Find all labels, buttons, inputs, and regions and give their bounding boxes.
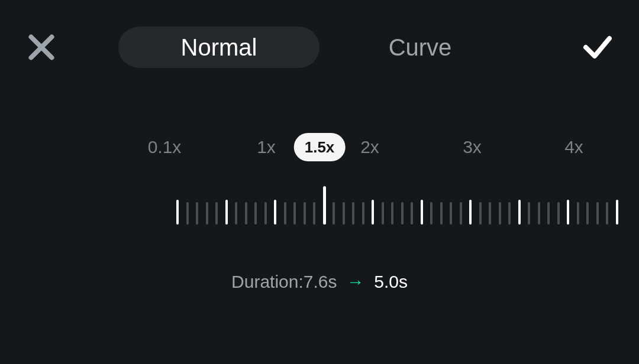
ruler-tick-minor bbox=[293, 202, 296, 225]
ruler-tick-major bbox=[372, 200, 374, 225]
ruler-tick-minor bbox=[215, 202, 218, 225]
ruler-tick-minor bbox=[430, 202, 433, 225]
confirm-button[interactable] bbox=[580, 30, 615, 65]
speed-label-1-5x-selected[interactable]: 1.5x bbox=[294, 133, 346, 161]
ruler-tick-minor bbox=[264, 202, 267, 225]
ruler-tick-minor bbox=[577, 202, 579, 225]
ruler-tick-major bbox=[274, 200, 276, 225]
ruler-tick-minor bbox=[401, 202, 404, 225]
speed-indicator[interactable] bbox=[323, 186, 326, 225]
close-icon bbox=[24, 30, 59, 65]
speed-scale-labels: 0.1x 1x 1.5x 2x 3x 4x bbox=[0, 133, 639, 162]
ruler-tick-major bbox=[616, 200, 618, 225]
ruler-tick-minor bbox=[606, 202, 608, 225]
duration-new: 5.0s bbox=[374, 272, 408, 291]
ruler-tick-minor bbox=[313, 202, 315, 225]
ruler-tick-minor bbox=[382, 202, 384, 225]
ruler-tick-major bbox=[225, 200, 228, 225]
check-icon bbox=[580, 30, 615, 65]
ruler-tick-minor bbox=[304, 202, 306, 225]
speed-label-3x[interactable]: 3x bbox=[452, 133, 492, 161]
ruler-tick-minor bbox=[362, 202, 364, 225]
speed-label-2x[interactable]: 2x bbox=[350, 133, 390, 161]
ruler-tick-minor bbox=[440, 202, 443, 225]
ruler-tick-minor bbox=[343, 202, 345, 225]
ruler-tick-minor bbox=[508, 202, 511, 225]
ruler-tick-minor bbox=[391, 202, 393, 225]
mode-tabs: Normal Curve bbox=[118, 24, 521, 71]
ruler-tick-major bbox=[469, 200, 472, 225]
speed-label-1x[interactable]: 1x bbox=[246, 133, 286, 161]
ruler-tick-minor bbox=[333, 202, 335, 225]
ruler-tick-minor bbox=[352, 202, 354, 225]
ruler-tick-minor bbox=[460, 202, 462, 225]
ruler-tick-minor bbox=[186, 202, 189, 225]
ruler-tick-minor bbox=[499, 202, 501, 225]
top-bar: Normal Curve bbox=[0, 24, 639, 71]
ruler-tick-minor bbox=[479, 202, 482, 225]
speed-label-0-1x[interactable]: 0.1x bbox=[137, 133, 192, 161]
ruler-tick-minor bbox=[245, 202, 247, 225]
arrow-right-icon: → bbox=[342, 272, 369, 291]
ruler-tick-minor bbox=[528, 202, 530, 225]
ruler-tick-major bbox=[567, 200, 569, 225]
speed-slider-ruler[interactable] bbox=[0, 183, 639, 225]
ruler-tick-minor bbox=[284, 202, 286, 225]
ruler-tick-minor bbox=[586, 202, 589, 225]
speed-label-4x[interactable]: 4x bbox=[554, 133, 594, 161]
ruler-tick-major bbox=[518, 200, 521, 225]
ruler-tick-minor bbox=[450, 202, 452, 225]
ruler-tick-minor bbox=[254, 202, 257, 225]
tab-curve[interactable]: Curve bbox=[320, 27, 521, 68]
ruler-tick-major bbox=[176, 200, 179, 225]
duration-readout: Duration:7.6s → 5.0s bbox=[0, 272, 639, 292]
ruler-tick-minor bbox=[206, 202, 208, 225]
close-button[interactable] bbox=[24, 30, 59, 65]
ruler-tick-minor bbox=[538, 202, 540, 225]
ruler-tick-major bbox=[421, 200, 423, 225]
duration-original: 7.6s bbox=[304, 272, 337, 291]
duration-label: Duration: bbox=[231, 272, 304, 291]
ruler-tick-minor bbox=[557, 202, 560, 225]
ruler-tick-minor bbox=[489, 202, 491, 225]
ruler-tick-minor bbox=[411, 202, 413, 225]
ruler-tick-minor bbox=[547, 202, 550, 225]
tab-normal[interactable]: Normal bbox=[118, 27, 320, 68]
ruler-tick-minor bbox=[235, 202, 237, 225]
ruler-tick-minor bbox=[596, 202, 599, 225]
ruler-tick-minor bbox=[196, 202, 198, 225]
